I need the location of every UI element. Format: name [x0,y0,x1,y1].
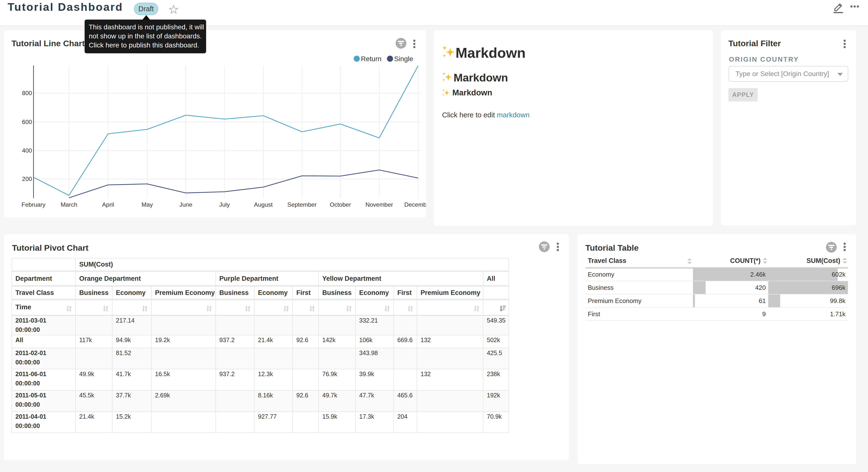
svg-text:400: 400 [22,147,32,154]
svg-text:July: July [219,201,230,208]
svg-text:June: June [179,201,192,208]
svg-text:May: May [142,201,153,208]
svg-text:200: 200 [22,176,32,182]
svg-text:October: October [330,201,351,208]
svg-text:April: April [102,201,114,208]
svg-text:September: September [287,201,317,208]
svg-text:800: 800 [22,90,32,96]
svg-text:August: August [254,201,273,208]
svg-text:Single: Single [394,55,413,63]
svg-text:Return: Return [361,55,381,63]
svg-text:March: March [61,201,77,208]
svg-text:600: 600 [22,119,32,125]
svg-text:February: February [22,201,46,208]
svg-text:December: December [404,201,426,208]
svg-text:November: November [365,201,393,208]
